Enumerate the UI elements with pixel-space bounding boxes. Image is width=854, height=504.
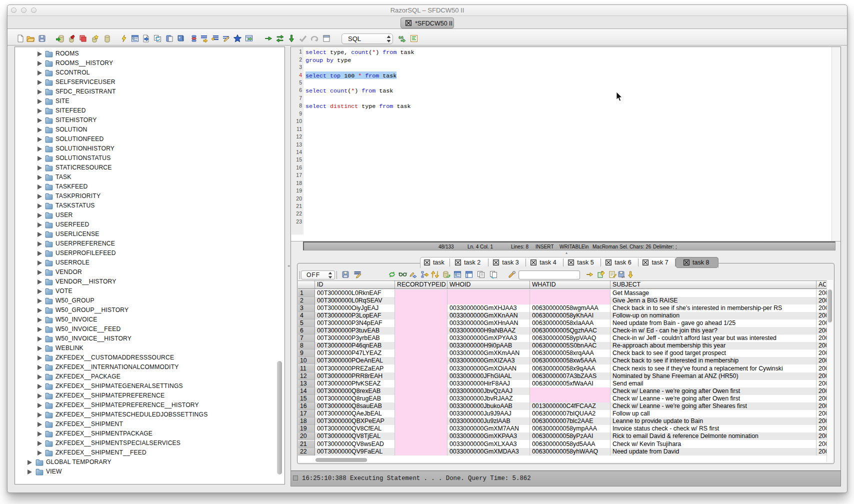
svg-text:66: 66 [398, 35, 404, 40]
